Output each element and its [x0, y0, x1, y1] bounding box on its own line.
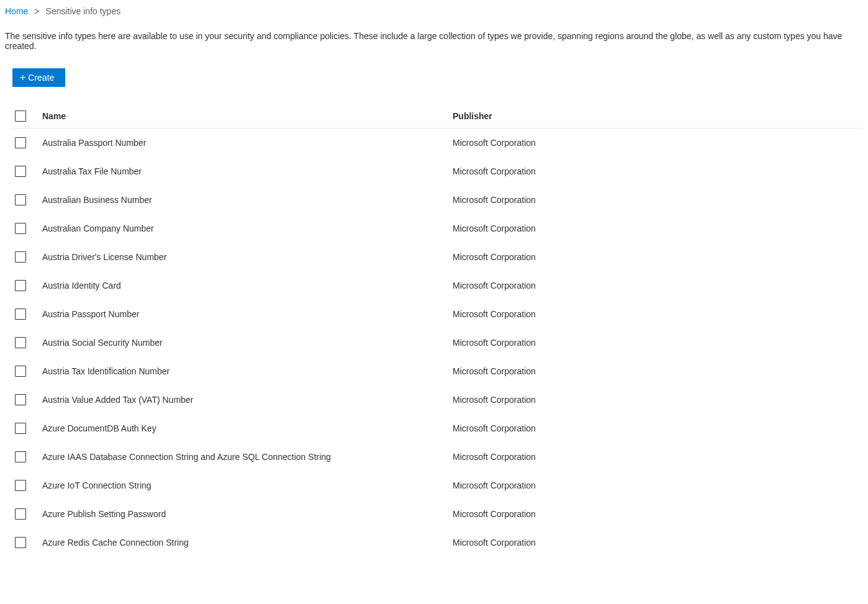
- table-body: Australia Passport NumberMicrosoft Corpo…: [12, 128, 863, 557]
- row-publisher: Microsoft Corporation: [453, 223, 863, 233]
- table-row[interactable]: Austria Social Security NumberMicrosoft …: [12, 328, 863, 357]
- table-row[interactable]: Austria Identity CardMicrosoft Corporati…: [12, 271, 863, 300]
- table-row[interactable]: Azure IoT Connection StringMicrosoft Cor…: [12, 471, 863, 500]
- breadcrumb-separator: >: [34, 6, 39, 16]
- breadcrumb: Home > Sensitive info types: [5, 6, 863, 16]
- row-publisher: Microsoft Corporation: [453, 281, 863, 291]
- row-publisher: Microsoft Corporation: [453, 252, 863, 262]
- row-name: Azure Redis Cache Connection String: [42, 538, 453, 548]
- select-all-checkbox[interactable]: [15, 110, 26, 122]
- row-checkbox[interactable]: [15, 508, 26, 520]
- row-checkbox[interactable]: [15, 480, 26, 491]
- row-checkbox[interactable]: [15, 137, 26, 148]
- row-checkbox[interactable]: [15, 309, 26, 320]
- row-checkbox[interactable]: [15, 280, 26, 291]
- table-row[interactable]: Australian Business NumberMicrosoft Corp…: [12, 186, 863, 214]
- table-row[interactable]: Austria Value Added Tax (VAT) NumberMicr…: [12, 385, 863, 414]
- row-name: Austria Driver's License Number: [42, 252, 453, 262]
- column-header-publisher[interactable]: Publisher: [453, 111, 863, 121]
- table-header: Name Publisher: [12, 104, 863, 128]
- row-checkbox[interactable]: [15, 223, 26, 234]
- row-name: Azure IoT Connection String: [42, 480, 453, 490]
- breadcrumb-home-link[interactable]: Home: [5, 6, 28, 16]
- row-checkbox[interactable]: [15, 166, 26, 177]
- row-checkbox[interactable]: [15, 194, 26, 205]
- breadcrumb-current: Sensitive info types: [46, 6, 121, 16]
- row-name: Australian Company Number: [42, 223, 453, 233]
- row-name: Australian Business Number: [42, 195, 453, 205]
- row-publisher: Microsoft Corporation: [453, 395, 863, 405]
- row-name: Australia Passport Number: [42, 138, 453, 148]
- row-checkbox[interactable]: [15, 251, 26, 263]
- table-row[interactable]: Austria Driver's License NumberMicrosoft…: [12, 243, 863, 271]
- row-name: Azure IAAS Database Connection String an…: [42, 452, 453, 462]
- page-description: The sensitive info types here are availa…: [5, 31, 863, 51]
- row-checkbox[interactable]: [15, 423, 26, 434]
- sensitive-info-table: Name Publisher Australia Passport Number…: [12, 104, 863, 557]
- row-name: Austria Passport Number: [42, 309, 453, 319]
- toolbar: + Create: [12, 68, 863, 87]
- table-row[interactable]: Australia Tax File NumberMicrosoft Corpo…: [12, 157, 863, 186]
- row-name: Austria Value Added Tax (VAT) Number: [42, 395, 453, 405]
- row-checkbox[interactable]: [15, 337, 26, 348]
- plus-icon: +: [20, 73, 25, 83]
- table-row[interactable]: Australian Company NumberMicrosoft Corpo…: [12, 214, 863, 243]
- column-header-name[interactable]: Name: [42, 111, 453, 121]
- row-publisher: Microsoft Corporation: [453, 366, 863, 376]
- row-publisher: Microsoft Corporation: [453, 423, 863, 433]
- row-publisher: Microsoft Corporation: [453, 166, 863, 176]
- table-row[interactable]: Azure DocumentDB Auth KeyMicrosoft Corpo…: [12, 414, 863, 443]
- row-checkbox[interactable]: [15, 451, 26, 462]
- table-row[interactable]: Austria Passport NumberMicrosoft Corpora…: [12, 300, 863, 328]
- create-button[interactable]: + Create: [12, 68, 65, 87]
- row-publisher: Microsoft Corporation: [453, 538, 863, 548]
- row-publisher: Microsoft Corporation: [453, 195, 863, 205]
- table-row[interactable]: Austria Tax Identification NumberMicroso…: [12, 357, 863, 385]
- table-row[interactable]: Australia Passport NumberMicrosoft Corpo…: [12, 128, 863, 157]
- row-publisher: Microsoft Corporation: [453, 452, 863, 462]
- row-publisher: Microsoft Corporation: [453, 509, 863, 519]
- table-row[interactable]: Azure IAAS Database Connection String an…: [12, 443, 863, 471]
- row-publisher: Microsoft Corporation: [453, 309, 863, 319]
- row-publisher: Microsoft Corporation: [453, 138, 863, 148]
- row-name: Azure Publish Setting Password: [42, 509, 453, 519]
- row-name: Azure DocumentDB Auth Key: [42, 423, 453, 433]
- row-name: Austria Social Security Number: [42, 338, 453, 348]
- row-name: Austria Identity Card: [42, 281, 453, 291]
- table-row[interactable]: Azure Publish Setting PasswordMicrosoft …: [12, 500, 863, 528]
- row-name: Austria Tax Identification Number: [42, 366, 453, 376]
- row-name: Australia Tax File Number: [42, 166, 453, 176]
- row-checkbox[interactable]: [15, 366, 26, 377]
- row-publisher: Microsoft Corporation: [453, 480, 863, 490]
- row-checkbox[interactable]: [15, 537, 26, 548]
- create-button-label: Create: [28, 73, 54, 83]
- row-publisher: Microsoft Corporation: [453, 338, 863, 348]
- row-checkbox[interactable]: [15, 394, 26, 405]
- table-row[interactable]: Azure Redis Cache Connection StringMicro…: [12, 528, 863, 557]
